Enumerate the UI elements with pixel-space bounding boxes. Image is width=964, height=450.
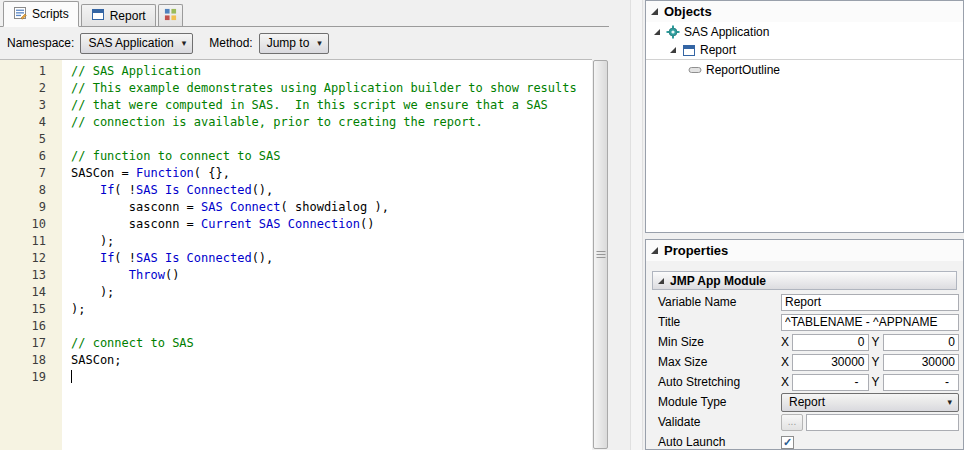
code-line[interactable]: If( !SAS Is Connected(), <box>71 182 592 199</box>
tab-report[interactable]: Report <box>81 4 156 26</box>
namespace-select[interactable]: SAS Application ▾ <box>80 33 193 54</box>
code-line[interactable]: SASCon; <box>71 352 592 369</box>
report-icon <box>682 44 696 57</box>
collapse-triangle-icon[interactable] <box>657 274 665 288</box>
code-line[interactable]: // connection is available, prior to cre… <box>71 114 592 131</box>
line-number: 11 <box>0 233 46 250</box>
line-number: 2 <box>0 80 46 97</box>
property-row-variable-name: Variable Name <box>646 292 963 312</box>
line-number: 13 <box>0 267 46 284</box>
right-panel: Objects SAS Application <box>645 0 964 450</box>
code-area[interactable]: // SAS Application// This example demons… <box>62 60 592 450</box>
auto-launch-checkbox[interactable]: ✓ <box>781 436 794 449</box>
line-number: 14 <box>0 284 46 301</box>
line-number: 16 <box>0 318 46 335</box>
property-label: Variable Name <box>658 295 781 309</box>
property-label: Auto Stretching <box>658 375 781 389</box>
code-line[interactable]: // that were computed in SAS. In this sc… <box>71 97 592 114</box>
title-input[interactable] <box>781 314 959 331</box>
module-type-select[interactable]: Report ▾ <box>781 393 959 412</box>
code-line[interactable]: // SAS Application <box>71 63 592 80</box>
y-axis-label: Y <box>872 335 880 349</box>
scrollbar-thumb[interactable] <box>593 60 608 449</box>
code-line[interactable] <box>71 131 592 148</box>
auto-stretching-x-input[interactable] <box>792 374 868 391</box>
x-axis-label: X <box>781 355 789 369</box>
tab-new-module[interactable] <box>158 4 183 26</box>
code-line[interactable] <box>71 318 592 335</box>
auto-stretching-y-input[interactable] <box>883 374 959 391</box>
line-number: 1 <box>0 63 46 80</box>
property-label: Title <box>658 315 781 329</box>
y-axis-label: Y <box>872 355 880 369</box>
code-line[interactable]: ); <box>71 301 592 318</box>
code-line[interactable]: ); <box>71 284 592 301</box>
tree-item-label: ReportOutline <box>706 63 780 77</box>
expand-triangle-icon[interactable] <box>653 28 662 36</box>
tree-item-report[interactable]: Report <box>646 41 963 60</box>
collapse-triangle-icon[interactable] <box>650 243 659 258</box>
x-axis-label: X <box>781 375 789 389</box>
min-size-x-input[interactable] <box>792 334 868 351</box>
module-header[interactable]: JMP App Module <box>652 271 957 290</box>
tree-item-reportoutline[interactable]: ReportOutline <box>646 60 963 79</box>
line-number: 12 <box>0 250 46 267</box>
module-header-title: JMP App Module <box>670 274 766 288</box>
properties-panel: Properties JMP App Module Variable Name … <box>645 239 964 450</box>
code-line[interactable]: Throw() <box>71 267 592 284</box>
line-number: 19 <box>0 369 46 386</box>
editor-tabbar: Scripts Report <box>0 0 609 27</box>
objects-title: Objects <box>664 4 712 19</box>
code-line[interactable] <box>71 369 592 386</box>
properties-title: Properties <box>664 243 728 258</box>
properties-header[interactable]: Properties <box>646 240 963 261</box>
code-line[interactable]: // connect to SAS <box>71 335 592 352</box>
tree-item-sas-application[interactable]: SAS Application <box>646 22 963 41</box>
chevron-down-icon: ▾ <box>182 39 187 48</box>
line-number: 7 <box>0 165 46 182</box>
module-type-value: Report <box>789 395 825 409</box>
editor-vertical-scrollbar[interactable] <box>592 59 609 450</box>
method-label: Method: <box>209 36 252 50</box>
validate-browse-button[interactable]: ... <box>781 414 803 431</box>
objects-header[interactable]: Objects <box>646 1 963 22</box>
method-select[interactable]: Jump to ▾ <box>259 33 329 54</box>
code-line[interactable]: SASCon = Function( {}, <box>71 165 592 182</box>
validate-input[interactable] <box>806 414 959 431</box>
line-number-gutter: 12345678910111213141516171819 <box>0 60 62 450</box>
property-label: Max Size <box>658 355 781 369</box>
code-line[interactable]: sasconn = SAS Connect( showdialog ), <box>71 199 592 216</box>
code-line[interactable]: // This example demonstrates using Appli… <box>71 80 592 97</box>
tree-item-label: SAS Application <box>684 25 769 39</box>
code-line[interactable]: sasconn = Current SAS Connection() <box>71 216 592 233</box>
max-size-x-input[interactable] <box>792 354 868 371</box>
splitter-strip <box>630 0 643 450</box>
panel-splitter[interactable] <box>609 0 645 450</box>
tab-scripts[interactable]: Scripts <box>3 1 79 27</box>
objects-panel: Objects SAS Application <box>645 0 964 233</box>
tab-label: Report <box>110 9 146 23</box>
code-line[interactable]: // function to connect to SAS <box>71 148 592 165</box>
chevron-down-icon: ▾ <box>317 39 322 48</box>
code-line[interactable]: ); <box>71 233 592 250</box>
line-number: 10 <box>0 216 46 233</box>
max-size-y-input[interactable] <box>883 354 959 371</box>
namespace-label: Namespace: <box>7 36 74 50</box>
line-number: 4 <box>0 114 46 131</box>
property-row-module-type: Module Type Report ▾ <box>646 392 963 412</box>
expand-triangle-icon[interactable] <box>669 46 678 54</box>
code-line[interactable]: If( !SAS Is Connected(), <box>71 250 592 267</box>
script-editor[interactable]: 12345678910111213141516171819 // SAS App… <box>0 59 592 450</box>
min-size-y-input[interactable] <box>883 334 959 351</box>
line-number: 15 <box>0 301 46 318</box>
collapse-triangle-icon[interactable] <box>650 4 659 19</box>
line-number: 8 <box>0 182 46 199</box>
chevron-down-icon: ▾ <box>947 398 952 407</box>
text-caret <box>71 370 72 383</box>
property-label: Module Type <box>658 395 781 409</box>
variable-name-input[interactable] <box>781 294 959 311</box>
new-module-icon <box>164 8 177 24</box>
application-gear-icon <box>666 25 680 39</box>
objects-tree: SAS Application Report <box>646 22 963 79</box>
property-label: Validate <box>658 415 781 429</box>
